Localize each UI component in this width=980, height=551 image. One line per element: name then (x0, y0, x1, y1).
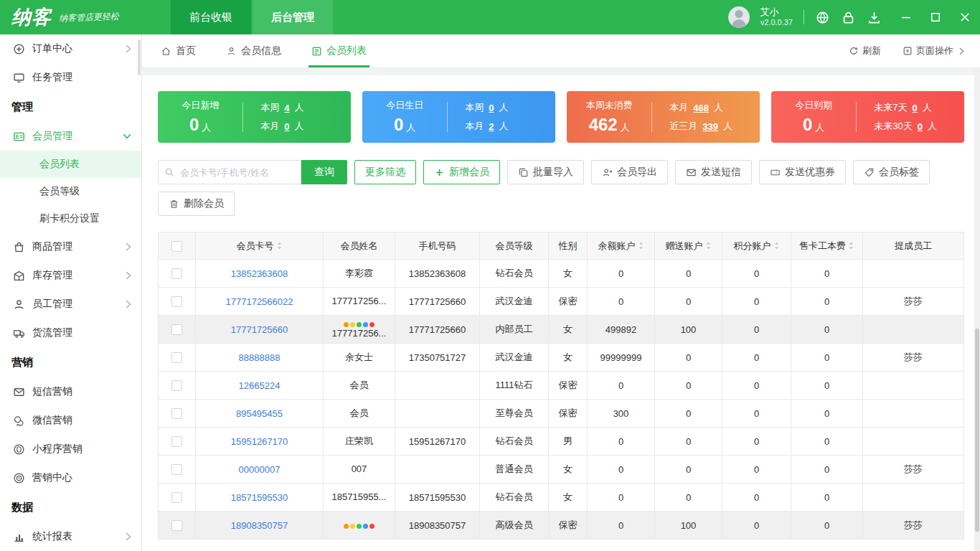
download-icon[interactable] (867, 10, 882, 25)
close-button[interactable] (960, 12, 970, 22)
cell-name: 庄荣凯 (324, 428, 395, 456)
send-sms-button[interactable]: 发送短信 (675, 160, 752, 184)
stat-sub-row[interactable]: 本周4人 (260, 101, 351, 114)
sort-icon-fee[interactable] (848, 241, 854, 250)
tab-member-list[interactable]: 会员列表 (311, 34, 367, 67)
sidebar-item-miniprogram-marketing[interactable]: 小程序营销 (0, 435, 141, 463)
tab-member-info[interactable]: 会员信息 (226, 34, 281, 67)
sidebar-subitem-member-list[interactable]: 会员列表 (0, 151, 141, 178)
cell-select (159, 260, 196, 288)
member-card-link[interactable]: 895495455 (236, 408, 283, 419)
stat-sub-label: 近三月 (669, 120, 697, 133)
row-checkbox[interactable] (171, 464, 182, 475)
stat-sub-row[interactable]: 本周0人 (465, 101, 555, 114)
sort-icon-points[interactable] (773, 241, 780, 250)
vertical-scrollbar[interactable] (974, 68, 980, 551)
sort-icon-gift[interactable] (705, 241, 712, 250)
sort-icon-card[interactable] (276, 241, 283, 250)
stat-sub-label: 本月 (260, 120, 279, 133)
row-checkbox[interactable] (171, 520, 182, 531)
plus-icon (434, 167, 445, 178)
sidebar-item-marketing-center[interactable]: 营销中心 (0, 463, 141, 492)
row-checkbox[interactable] (171, 380, 182, 391)
stat-card-unit: 人 (406, 122, 415, 133)
stat-sub-label: 本月 (465, 120, 484, 133)
service-icon[interactable] (815, 10, 830, 25)
sidebar-item-logistics-management[interactable]: 货流管理 (0, 319, 141, 347)
delete-member-button[interactable]: 删除会员 (158, 192, 235, 216)
send-coupon-button[interactable]: 发送优惠券 (759, 160, 846, 184)
select-all-checkbox[interactable] (171, 241, 182, 252)
more-filters-button[interactable]: 更多筛选 (354, 160, 416, 184)
scrollbar-thumb[interactable] (975, 329, 979, 532)
header-text-staff: 提成员工 (895, 240, 932, 253)
search-input[interactable] (158, 160, 301, 184)
member-card-link[interactable]: 13852363608 (231, 268, 288, 279)
batch-import-button[interactable]: 批量导入 (507, 160, 584, 184)
member-card-link[interactable]: 18571595530 (231, 492, 288, 503)
sidebar-item-member-management[interactable]: 会员管理 (0, 122, 141, 151)
cell-name: 李彩霞 (324, 260, 395, 288)
stat-sub-label: 未来7天 (874, 101, 907, 114)
cell-fee: 0 (791, 484, 863, 512)
cell-gift: 0 (655, 260, 722, 288)
page-operations-button[interactable]: 页面操作 (903, 44, 964, 57)
add-member-button[interactable]: 新增会员 (423, 160, 500, 184)
user-avatar[interactable] (728, 6, 750, 28)
sidebar-subitem-member-level[interactable]: 会员等级 (0, 178, 141, 205)
cell-select (159, 288, 196, 316)
member-card-link[interactable]: 00000007 (239, 464, 281, 475)
stat-sub-value: 4 (284, 103, 289, 113)
member-card-link[interactable]: 18908350757 (231, 520, 288, 531)
top-tab-backstage[interactable]: 后台管理 (253, 0, 333, 34)
member-card-link[interactable]: 1777172566022 (226, 296, 293, 307)
cell-gender: 保密 (549, 372, 588, 400)
row-checkbox[interactable] (171, 408, 182, 419)
sidebar-subitem-card-points-settings[interactable]: 刷卡积分设置 (0, 205, 141, 232)
cell-balance: 99999999 (588, 344, 655, 372)
sidebar-scrollbar[interactable] (138, 39, 141, 75)
cell-phone: 17350751727 (395, 344, 480, 372)
row-checkbox[interactable] (171, 492, 182, 503)
cell-select (159, 484, 196, 512)
lock-icon[interactable] (841, 10, 856, 25)
stat-sub-unit: 人 (928, 120, 937, 133)
chevron-right-icon (126, 271, 131, 280)
refresh-icon (849, 46, 859, 56)
stat-sub-row[interactable]: 近三月339人 (669, 120, 760, 133)
sidebar-item-order-center[interactable]: 订单中心 (0, 34, 141, 63)
sidebar-item-sms-marketing[interactable]: 短信营销 (0, 377, 141, 406)
sidebar-section-marketing: 营销 (0, 347, 141, 377)
sidebar-item-staff-management[interactable]: 员工管理 (0, 290, 141, 319)
page-actions: 刷新 页面操作 (849, 44, 964, 57)
sidebar-item-task-management[interactable]: 任务管理 (0, 63, 141, 92)
stat-sub-row[interactable]: 未来7天0人 (874, 101, 964, 114)
row-checkbox[interactable] (171, 324, 182, 335)
member-card-link[interactable]: 15951267170 (231, 436, 288, 447)
row-checkbox[interactable] (171, 268, 182, 279)
sort-icon-balance[interactable] (638, 241, 644, 250)
member-card-link[interactable]: 17771725660 (231, 324, 288, 335)
sidebar-item-product-management[interactable]: 商品管理 (0, 232, 141, 261)
sidebar-item-inventory-management[interactable]: 库存管理 (0, 261, 141, 290)
sidebar-item-wechat-marketing[interactable]: 微信营销 (0, 406, 141, 435)
row-checkbox[interactable] (171, 352, 182, 363)
maximize-button[interactable] (930, 12, 941, 22)
stat-sub-row[interactable]: 本月2人 (465, 120, 555, 133)
tab-home[interactable]: 首页 (161, 34, 196, 67)
refresh-button[interactable]: 刷新 (849, 44, 881, 57)
member-card-link[interactable]: 88888888 (239, 352, 281, 363)
row-checkbox[interactable] (171, 436, 182, 447)
cell-level: 1111钻石 (480, 372, 549, 400)
member-tag-button[interactable]: 会员标签 (853, 160, 930, 184)
stat-sub-row[interactable]: 未来30天0人 (874, 120, 964, 133)
top-tab-cashier[interactable]: 前台收银 (171, 0, 251, 34)
row-checkbox[interactable] (171, 296, 182, 307)
member-export-button[interactable]: 会员导出 (591, 160, 668, 184)
stat-sub-row[interactable]: 本月468人 (669, 101, 760, 114)
member-card-link[interactable]: 12665224 (239, 380, 281, 391)
stat-sub-row[interactable]: 本月0人 (260, 120, 351, 133)
query-button[interactable]: 查询 (301, 160, 347, 184)
sidebar-item-statistics-report[interactable]: 统计报表 (0, 522, 141, 551)
minimize-button[interactable] (901, 12, 911, 22)
